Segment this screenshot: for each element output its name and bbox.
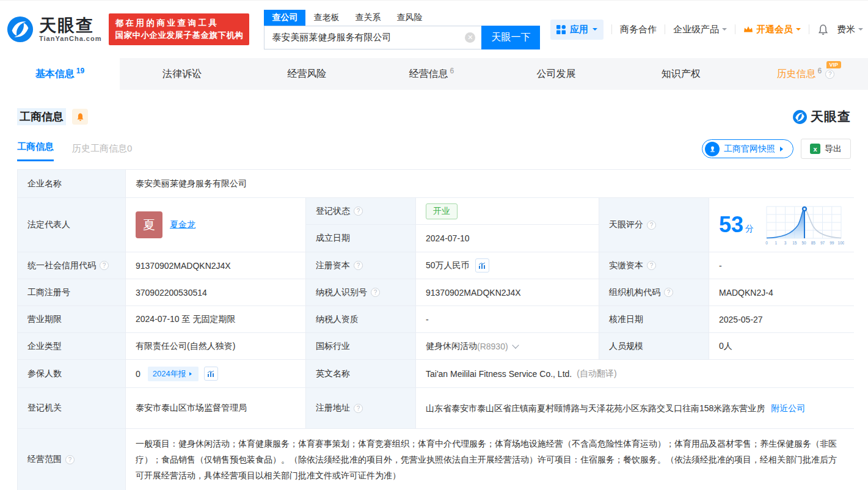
field-label: 成立日期 xyxy=(306,225,416,252)
reg-address-cell: 山东省泰安市泰山区省庄镇南夏村颐博路与天泽花苑小区东路交叉口往南158米路东营业… xyxy=(416,388,854,429)
approval-date-value: 2025-05-27 xyxy=(709,306,854,333)
subtab-business-info[interactable]: 工商信息 xyxy=(17,141,54,161)
search-block: 查公司 查老板 查关系 查风险 天眼一下 xyxy=(264,10,540,49)
chevron-down-icon xyxy=(796,28,801,33)
arrow-right-icon xyxy=(189,372,194,376)
credit-code-value: 91370902MADQKN2J4X xyxy=(126,252,306,279)
help-icon[interactable] xyxy=(354,404,363,413)
org-code-value: MADQKN2J-4 xyxy=(709,279,854,306)
nav-cooperation[interactable]: 商务合作 xyxy=(620,24,657,35)
search-tab-boss[interactable]: 查老板 xyxy=(305,10,347,26)
field-label: 统一社会信用代码 xyxy=(18,252,126,279)
tab-label: 法律诉讼 xyxy=(162,68,202,81)
help-icon[interactable] xyxy=(371,288,380,297)
taxpayer-id-value: 91370902MADQKN2J4X xyxy=(416,279,599,306)
brand-logo[interactable]: 天眼查 TianYanCha.com xyxy=(6,15,101,43)
nearby-companies-link[interactable]: 附近公司 xyxy=(771,401,805,415)
content: 工商信息 天眼查 工商信息 历史工商信息0 xyxy=(0,108,868,490)
crown-icon xyxy=(743,26,753,34)
divider xyxy=(665,24,665,34)
nav-open-vip[interactable]: 开通会员 xyxy=(743,24,801,35)
watermark-text: 天眼查 xyxy=(811,108,851,125)
reg-number-value: 370902200530514 xyxy=(126,279,306,306)
capital-chart-icon[interactable] xyxy=(475,258,489,272)
field-label: 注册地址 xyxy=(306,388,416,429)
apps-label: 应用 xyxy=(570,24,588,35)
chevron-down-icon xyxy=(722,28,727,33)
business-scope-value: 一般项目：健身休闲活动；体育健康服务；体育赛事策划；体育竞赛组织；体育中介代理服… xyxy=(126,429,854,490)
score-distribution-chart: 0 1 3 15 50 85 97 99 100 xyxy=(764,203,844,247)
help-icon[interactable] xyxy=(100,261,109,270)
staff-size-value: 0人 xyxy=(709,333,854,360)
tab-label: 经营信息 xyxy=(409,68,448,81)
field-label: 人员规模 xyxy=(599,333,709,360)
reg-capital-cell: 50万人民币 xyxy=(416,252,599,279)
company-type-value: 有限责任公司(自然人独资) xyxy=(126,333,306,360)
tab-operating-risk[interactable]: 经营风险 xyxy=(244,58,369,90)
chevron-down-icon[interactable] xyxy=(512,342,519,348)
search-tab-risk[interactable]: 查风险 xyxy=(388,10,430,26)
field-label: 经营范围 xyxy=(18,429,126,490)
page: 天眼查 TianYanCha.com 都在用的商业查询工具 国家中小企业发展子基… xyxy=(0,0,868,490)
company-detail-tabs: 基本信息 19 法律诉讼 经营风险 经营信息 6 公司发展 知识产权 VIP 历… xyxy=(0,58,868,90)
svg-text:15: 15 xyxy=(792,241,797,245)
section-title: 工商信息 xyxy=(17,108,66,125)
tab-legal-proceedings[interactable]: 法律诉讼 xyxy=(120,58,244,90)
search-tab-company[interactable]: 查公司 xyxy=(264,10,305,26)
status-badge: 开业 xyxy=(426,203,458,219)
industry-code: (R8930) xyxy=(477,342,508,351)
apps-menu[interactable]: 应用 xyxy=(550,20,604,40)
help-icon[interactable] xyxy=(65,455,75,464)
legal-rep-link[interactable]: 夏金龙 xyxy=(170,219,195,230)
help-icon[interactable] xyxy=(647,261,656,270)
field-label: 企业名称 xyxy=(18,170,126,198)
notification-bell-icon[interactable] xyxy=(817,24,829,35)
tab-operating-info[interactable]: 经营信息 6 xyxy=(369,58,494,90)
establish-date-value: 2024-07-10 xyxy=(416,225,599,252)
nav-user-menu[interactable]: 费米 xyxy=(837,24,863,35)
tab-basic-info[interactable]: 基本信息 19 xyxy=(0,58,120,90)
app-grid-icon xyxy=(556,25,566,34)
tianyancha-logo-icon xyxy=(6,15,34,43)
english-name-cell: Tai'an Meililai Fitness Service Co., Ltd… xyxy=(416,360,854,388)
help-icon[interactable] xyxy=(664,288,673,297)
annual-report-badge[interactable]: 2024年报 xyxy=(148,367,199,381)
company-name-value: 泰安美丽莱健身服务有限公司 xyxy=(126,170,854,198)
help-icon[interactable] xyxy=(354,207,363,216)
promo-line2: 国家中小企业发展子基金旗下机构 xyxy=(115,29,243,42)
help-icon[interactable] xyxy=(825,70,834,79)
subscribe-bell-button[interactable] xyxy=(72,109,88,125)
tab-intellectual-property[interactable]: 知识产权 xyxy=(619,58,743,90)
score-value: 53 xyxy=(719,214,743,236)
arrow-right-icon xyxy=(780,147,786,152)
svg-text:3: 3 xyxy=(784,241,787,245)
official-snapshot-button[interactable]: 工商官网快照 xyxy=(702,139,793,158)
help-icon[interactable] xyxy=(354,261,363,270)
insured-chart-icon[interactable] xyxy=(204,367,218,381)
field-label: 登记机关 xyxy=(18,388,126,429)
avatar[interactable]: 夏 xyxy=(136,211,162,238)
search-button[interactable]: 天眼一下 xyxy=(481,26,540,49)
svg-text:97: 97 xyxy=(820,241,825,245)
field-label: 英文名称 xyxy=(306,360,416,388)
export-button[interactable]: 导出 xyxy=(801,139,851,159)
svg-text:50: 50 xyxy=(801,241,806,245)
tab-company-development[interactable]: 公司发展 xyxy=(494,58,619,90)
divider xyxy=(611,24,612,34)
subtab-history-business-info[interactable]: 历史工商信息0 xyxy=(72,143,132,161)
search-tab-relation[interactable]: 查关系 xyxy=(347,10,388,26)
clear-icon[interactable] xyxy=(465,32,475,43)
industry-cell: 健身休闲活动 (R8930) xyxy=(416,333,599,360)
field-label: 登记状态 xyxy=(306,198,416,225)
help-icon[interactable] xyxy=(647,221,656,230)
tab-label: 经营风险 xyxy=(287,68,326,81)
excel-icon xyxy=(810,144,820,154)
chevron-down-icon xyxy=(593,28,597,33)
field-label: 注册资本 xyxy=(306,252,416,279)
score-cell: 53 分 xyxy=(709,198,854,252)
svg-text:85: 85 xyxy=(811,241,816,245)
tab-history-info[interactable]: VIP 历史信息 6 xyxy=(743,58,868,90)
nav-enterprise-products[interactable]: 企业级产品 xyxy=(673,24,727,35)
search-input[interactable] xyxy=(264,26,481,49)
field-label: 纳税人资质 xyxy=(306,306,416,333)
